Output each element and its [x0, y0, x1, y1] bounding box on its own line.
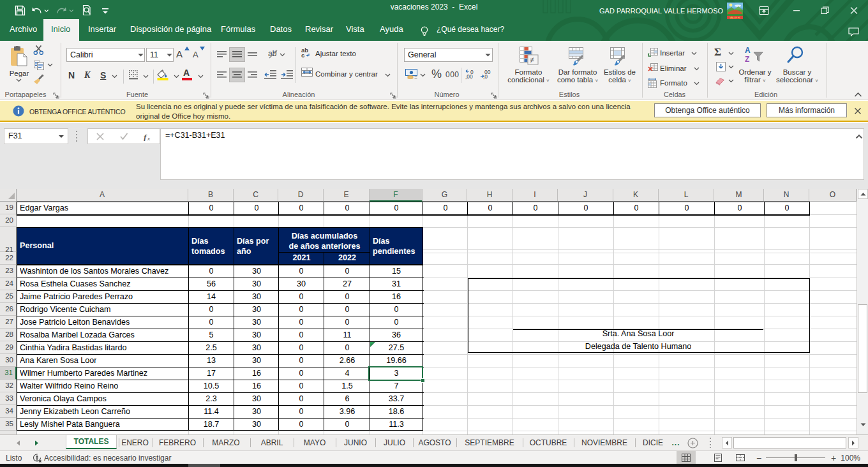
- svg-text:A: A: [745, 46, 751, 55]
- svg-text:c: c: [301, 52, 304, 58]
- svg-text:,00: ,00: [465, 73, 473, 80]
- svg-text:x: x: [147, 135, 150, 141]
- svg-text:ab: ab: [268, 49, 277, 58]
- svg-text:Z: Z: [745, 55, 749, 64]
- svg-text:≠: ≠: [530, 56, 535, 64]
- svg-text:VALLE H.: VALLE H.: [730, 17, 740, 19]
